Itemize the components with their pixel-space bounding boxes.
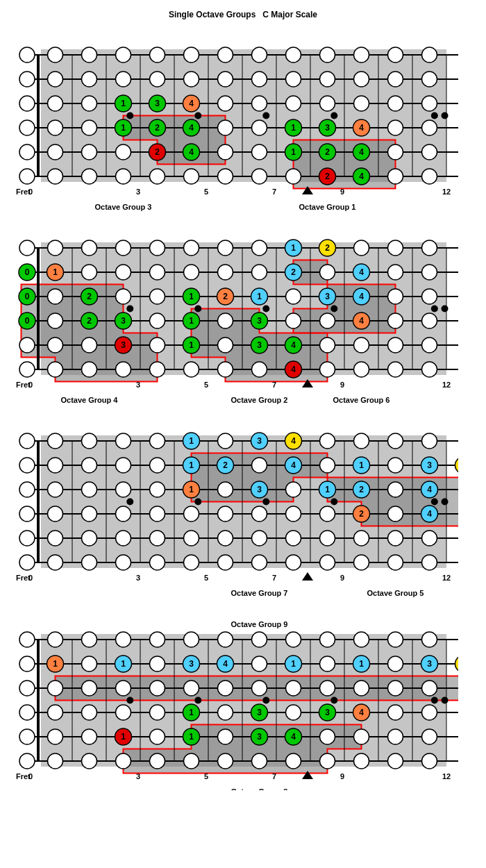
svg-text:3: 3 — [257, 316, 262, 326]
svg-point-70 — [422, 120, 437, 135]
svg-point-31 — [116, 47, 131, 62]
svg-point-86 — [252, 169, 267, 184]
svg-point-47 — [218, 72, 233, 87]
svg-point-45 — [150, 72, 165, 87]
svg-point-293 — [262, 499, 269, 506]
fretboard-diagram: 1134113413341134Fret0357912Octave Group … — [0, 610, 486, 790]
svg-point-328 — [184, 506, 199, 521]
svg-text:9: 9 — [340, 187, 344, 196]
svg-point-65 — [48, 120, 63, 135]
group-label: Octave Group 7 — [231, 589, 288, 597]
svg-point-316 — [48, 482, 63, 497]
svg-point-295 — [431, 499, 438, 506]
svg-text:0: 0 — [28, 381, 33, 389]
svg-point-27 — [442, 112, 449, 119]
svg-text:7: 7 — [272, 574, 276, 582]
svg-point-456 — [320, 681, 335, 696]
fretboard-diagram: 1341242413412424Fret0357912Octave Group … — [0, 31, 486, 211]
svg-text:1: 1 — [121, 659, 126, 669]
svg-text:1: 1 — [291, 147, 296, 157]
svg-text:2: 2 — [155, 147, 160, 157]
svg-point-42 — [48, 72, 63, 87]
svg-point-326 — [116, 506, 131, 521]
svg-point-194 — [82, 337, 97, 353]
svg-point-58 — [252, 96, 267, 111]
svg-point-154 — [194, 306, 201, 312]
svg-point-349 — [82, 555, 97, 570]
svg-point-37 — [320, 47, 335, 62]
svg-point-477 — [422, 729, 437, 744]
svg-point-461 — [48, 705, 63, 720]
svg-text:1: 1 — [359, 659, 364, 669]
fretboard-diagram: 1341241313412424Fret0357912Octave Group … — [0, 417, 486, 597]
svg-point-161 — [82, 240, 97, 256]
svg-point-178 — [422, 265, 437, 280]
svg-point-434 — [218, 632, 233, 647]
svg-point-57 — [218, 96, 233, 111]
svg-point-454 — [252, 681, 267, 696]
svg-text:2: 2 — [223, 460, 228, 470]
svg-point-182 — [286, 289, 301, 304]
svg-text:9: 9 — [340, 381, 344, 389]
svg-point-487 — [320, 753, 335, 769]
svg-point-197 — [320, 337, 335, 353]
group-label: Octave Group 9 — [231, 620, 288, 628]
svg-point-344 — [354, 531, 369, 546]
svg-point-330 — [252, 506, 267, 521]
svg-point-203 — [82, 362, 97, 377]
svg-text:12: 12 — [442, 381, 451, 389]
svg-text:1: 1 — [291, 123, 296, 133]
svg-point-292 — [194, 499, 201, 506]
svg-point-32 — [150, 47, 165, 62]
svg-text:3: 3 — [427, 659, 432, 669]
svg-point-83 — [150, 169, 165, 184]
svg-point-53 — [422, 72, 437, 87]
svg-point-85 — [218, 169, 233, 184]
svg-point-207 — [218, 362, 233, 377]
svg-point-427 — [442, 697, 449, 704]
svg-text:1: 1 — [189, 436, 194, 446]
svg-point-323 — [19, 506, 35, 521]
svg-text:3: 3 — [325, 292, 330, 301]
svg-text:12: 12 — [442, 772, 451, 781]
svg-text:2: 2 — [359, 485, 364, 494]
svg-text:2: 2 — [359, 509, 364, 519]
svg-point-340 — [218, 531, 233, 546]
svg-point-305 — [388, 433, 403, 449]
svg-point-179 — [48, 289, 63, 304]
svg-point-473 — [218, 729, 233, 744]
svg-text:1: 1 — [359, 460, 364, 470]
svg-point-294 — [330, 499, 337, 506]
svg-point-59 — [286, 96, 301, 111]
svg-point-479 — [48, 753, 63, 769]
svg-point-212 — [422, 362, 437, 377]
svg-text:12: 12 — [442, 574, 451, 582]
svg-text:3: 3 — [155, 99, 160, 108]
svg-point-309 — [82, 458, 97, 473]
group-label: Octave Group 5 — [367, 589, 424, 597]
svg-point-321 — [286, 482, 301, 497]
svg-point-466 — [286, 705, 301, 720]
svg-point-322 — [388, 482, 403, 497]
svg-point-478 — [19, 753, 35, 769]
svg-point-339 — [184, 531, 199, 546]
svg-point-196 — [218, 337, 233, 353]
svg-text:3: 3 — [427, 460, 432, 470]
svg-text:0: 0 — [25, 316, 30, 326]
svg-point-170 — [82, 265, 97, 280]
svg-point-26 — [431, 112, 438, 119]
svg-point-313 — [320, 458, 335, 473]
svg-point-40 — [422, 47, 437, 62]
svg-point-164 — [184, 240, 199, 256]
page-title: Single Octave Groups C Major Scale — [0, 10, 486, 19]
svg-point-468 — [422, 705, 437, 720]
svg-point-54 — [19, 96, 35, 111]
svg-point-39 — [388, 47, 403, 62]
svg-text:7: 7 — [272, 772, 276, 781]
svg-point-55 — [48, 96, 63, 111]
group-label: Octave Group 2 — [231, 396, 288, 404]
svg-point-44 — [116, 72, 131, 87]
svg-point-440 — [422, 632, 437, 647]
svg-point-29 — [48, 47, 63, 62]
svg-text:4: 4 — [359, 267, 364, 277]
